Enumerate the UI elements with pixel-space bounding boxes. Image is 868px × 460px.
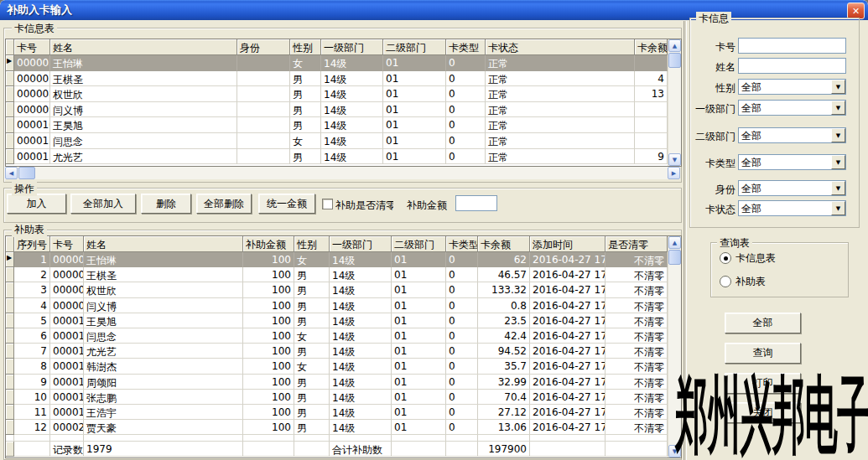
table-row[interactable]: 7000015尤光艺100男14级01094.522016-04-27 17:1… bbox=[6, 344, 668, 359]
clear-subsidy-checkbox[interactable] bbox=[322, 199, 333, 209]
column-header[interactable]: 卡类型 bbox=[446, 39, 486, 55]
card-info-hscrollbar[interactable]: ◀▶ bbox=[5, 167, 680, 179]
add-all-button[interactable]: 全部加入 bbox=[70, 194, 136, 214]
table-row[interactable]: 8000016韩澍杰100女14级01035.72016-04-27 17:10… bbox=[6, 359, 668, 374]
table-row[interactable]: 000012闫思念女14级010正常 bbox=[6, 133, 668, 149]
table-row[interactable]: ▶1000005王怡琳100女14级010622016-04-27 17:10:… bbox=[6, 252, 668, 267]
query-table-radio[interactable] bbox=[720, 276, 731, 287]
column-header[interactable]: 添加时间 bbox=[530, 236, 606, 252]
table-row[interactable]: 2000007王棋圣100男14级01046.572016-04-27 17:1… bbox=[6, 267, 668, 282]
scroll-down-icon[interactable]: ▼ bbox=[668, 153, 681, 166]
table-row[interactable]: 12000024贾天豪100男14级01013.062016-04-27 17:… bbox=[6, 420, 668, 435]
column-header[interactable]: 卡余额 bbox=[478, 236, 530, 252]
scroll-down-icon[interactable]: ▼ bbox=[668, 445, 681, 457]
scroll-up-icon[interactable]: ▲ bbox=[668, 236, 681, 249]
scroll-up-icon[interactable]: ▲ bbox=[668, 39, 681, 52]
column-header[interactable]: 序列号 bbox=[14, 236, 50, 252]
query-table-radio[interactable] bbox=[720, 252, 731, 264]
filter-dropdown[interactable]: 全部▼ bbox=[738, 200, 846, 216]
table-row[interactable]: 6000012闫思念100女14级01042.42016-04-27 17:10… bbox=[6, 328, 668, 344]
column-header[interactable]: 二级部门 bbox=[392, 236, 446, 252]
cell: 01 bbox=[383, 55, 446, 71]
row-selector-cell bbox=[6, 282, 14, 297]
card-info-group-label: 卡信息表 bbox=[12, 22, 57, 36]
table-row[interactable]: 000007王棋圣男14级010正常4 bbox=[6, 71, 668, 87]
chevron-down-icon[interactable]: ▼ bbox=[831, 155, 845, 169]
scroll-left-icon[interactable]: ◀ bbox=[5, 167, 18, 179]
table-row[interactable]: 11000019王浩宇100男14级01027.122016-04-27 17:… bbox=[6, 405, 668, 420]
column-header[interactable]: 一级部门 bbox=[330, 236, 392, 252]
table-row[interactable]: 000008权世欣男14级010正常13 bbox=[6, 86, 668, 102]
column-header[interactable]: 姓名 bbox=[84, 236, 243, 252]
filter-field-label: 二级部门 bbox=[691, 130, 735, 144]
card-info-table: 卡号姓名身份性别一级部门二级部门卡类型卡状态卡余额▶000005王怡琳女14级0… bbox=[5, 39, 682, 167]
chevron-down-icon[interactable]: ▼ bbox=[831, 181, 845, 195]
query-button[interactable]: 查询 bbox=[725, 343, 801, 364]
vertical-scrollbar[interactable]: ▲▼ bbox=[668, 236, 681, 457]
cell: 0 bbox=[446, 390, 478, 405]
table-row[interactable]: ▶000005王怡琳女14级010正常 bbox=[6, 55, 668, 71]
cell: 男 bbox=[294, 390, 330, 405]
table-row[interactable]: 9000017周颂阳100男14级01032.992016-04-27 17:1… bbox=[6, 375, 668, 390]
cell: 01 bbox=[392, 267, 446, 282]
cell: 张志鹏 bbox=[84, 390, 243, 405]
cell: 14级 bbox=[321, 133, 383, 149]
panel-divider bbox=[683, 21, 687, 460]
scrollbar-thumb[interactable] bbox=[668, 250, 681, 265]
column-header[interactable]: 卡状态 bbox=[486, 39, 635, 55]
chevron-down-icon[interactable]: ▼ bbox=[831, 101, 845, 115]
column-header[interactable]: 卡余额 bbox=[635, 39, 668, 55]
cell: 14级 bbox=[330, 359, 392, 374]
filter-dropdown[interactable]: 全部▼ bbox=[738, 100, 846, 116]
filter-dropdown[interactable]: 全部▼ bbox=[738, 180, 846, 196]
table-row[interactable]: 3000008权世欣100男14级010133.322016-04-27 17:… bbox=[6, 282, 668, 297]
delete-all-button[interactable]: 全部删除 bbox=[196, 194, 252, 214]
cell: 0 bbox=[446, 71, 486, 87]
chevron-down-icon[interactable]: ▼ bbox=[831, 201, 845, 215]
chevron-down-icon[interactable]: ▼ bbox=[831, 128, 845, 142]
column-header[interactable]: 性别 bbox=[290, 39, 321, 55]
column-header[interactable]: 卡类型 bbox=[446, 236, 478, 252]
cell: 14级 bbox=[321, 71, 383, 87]
scroll-right-icon[interactable]: ▶ bbox=[668, 167, 680, 179]
vertical-scrollbar[interactable]: ▲▼ bbox=[668, 39, 681, 166]
column-header[interactable]: 二级部门 bbox=[383, 39, 446, 55]
column-header[interactable]: 一级部门 bbox=[321, 39, 383, 55]
column-header[interactable]: 补助金额 bbox=[243, 236, 294, 252]
scrollbar-thumb[interactable] bbox=[18, 167, 35, 179]
add-button[interactable]: 加入 bbox=[7, 194, 66, 214]
card-no-input[interactable] bbox=[738, 38, 846, 54]
column-header[interactable]: 身份 bbox=[237, 39, 290, 55]
table-row[interactable]: 000009闫义博男14级010正常 bbox=[6, 102, 668, 118]
subsidy-amount-input[interactable] bbox=[455, 195, 497, 211]
cell: 100 bbox=[243, 390, 294, 405]
name-input[interactable] bbox=[738, 58, 846, 74]
cell bbox=[243, 435, 294, 442]
cell bbox=[50, 435, 84, 442]
all-button[interactable]: 全部 bbox=[725, 313, 801, 333]
cell: 0 bbox=[446, 149, 486, 165]
table-row[interactable]: 4000009闫义博100男14级0100.82016-04-27 17:10:… bbox=[6, 298, 668, 313]
scrollbar-thumb[interactable] bbox=[668, 53, 681, 68]
filter-dropdown[interactable]: 全部▼ bbox=[738, 154, 846, 170]
column-header[interactable]: 卡号 bbox=[50, 236, 84, 252]
print-button[interactable]: 打印 bbox=[725, 373, 801, 394]
column-header[interactable]: 是否清零 bbox=[606, 236, 668, 252]
filter-dropdown[interactable]: 全部▼ bbox=[738, 79, 846, 95]
delete-button[interactable]: 删除 bbox=[141, 194, 191, 214]
cell: 正常 bbox=[486, 117, 635, 133]
unify-amount-button[interactable]: 统一金额 bbox=[258, 194, 315, 214]
close-icon[interactable]: ✕ bbox=[847, 3, 865, 19]
table-row[interactable]: 5000010王昊旭100男14级01023.52016-04-27 17:10… bbox=[6, 313, 668, 328]
table-row[interactable]: 10000018张志鹏100男14级01070.42016-04-27 17:1… bbox=[6, 390, 668, 405]
table-row[interactable]: 000015尤光艺男14级010正常9 bbox=[6, 149, 668, 165]
filter-dropdown[interactable]: 全部▼ bbox=[738, 127, 846, 143]
column-header[interactable]: 姓名 bbox=[50, 39, 237, 55]
table-row[interactable]: 000010王昊旭男14级010正常 bbox=[6, 117, 668, 133]
close-window-button[interactable]: 关闭 bbox=[725, 402, 801, 423]
column-header[interactable]: 性别 bbox=[294, 236, 330, 252]
cell bbox=[294, 435, 330, 442]
cell: 23.5 bbox=[478, 313, 530, 328]
chevron-down-icon[interactable]: ▼ bbox=[831, 80, 845, 94]
column-header[interactable]: 卡号 bbox=[14, 39, 50, 55]
